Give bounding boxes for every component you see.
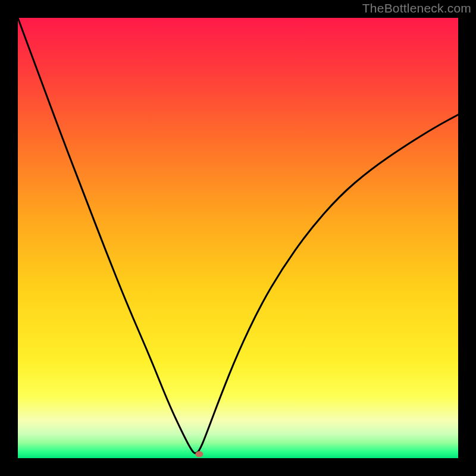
- optimum-marker: [195, 451, 203, 457]
- plot-background: [18, 18, 458, 458]
- chart-frame: TheBottleneck.com: [0, 0, 476, 476]
- watermark-text: TheBottleneck.com: [362, 1, 471, 15]
- bottleneck-chart: [0, 0, 476, 476]
